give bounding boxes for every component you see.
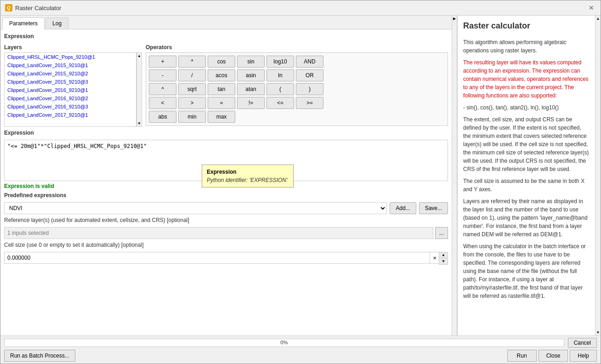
- tab-bar: Parameters Log: [0, 16, 452, 29]
- list-item[interactable]: Clipped_LandCover_2016_9210@1: [5, 86, 136, 94]
- list-item[interactable]: Clipped_LandCover_2017_9210@1: [5, 111, 136, 119]
- cancel-button[interactable]: Cancel: [568, 338, 597, 348]
- op-acos[interactable]: acos: [208, 69, 235, 81]
- cellsize-input[interactable]: 0.000000: [4, 252, 430, 264]
- left-panel-scroll[interactable]: ▶: [452, 16, 457, 336]
- cellsize-down-button[interactable]: ▼: [439, 258, 448, 264]
- reference-input[interactable]: [4, 227, 433, 239]
- layers-list: Clipped_HRSL_HCMC_Pops_9210@1 Clipped_La…: [4, 52, 136, 127]
- op-max[interactable]: max: [208, 111, 235, 123]
- help-para-6: When using the calculator in the batch i…: [463, 242, 590, 300]
- right-scrollbar[interactable]: ▲ ▼: [595, 16, 601, 336]
- help-para-1: The resulting layer will have its values…: [463, 58, 590, 100]
- main-window: Q Raster Calculator ✕ Parameters Log Exp…: [0, 0, 601, 364]
- op-power[interactable]: ^: [149, 83, 176, 95]
- save-button[interactable]: Save...: [419, 202, 448, 214]
- action-buttons: Run Close Help: [507, 350, 597, 362]
- cellsize-section: Cell size (use 0 or empty to set it auto…: [4, 242, 448, 265]
- top-expression-label: Expression: [4, 33, 448, 40]
- cellsize-up-button[interactable]: ▲: [439, 252, 448, 258]
- help-para-5: Layers are referred by their name as dis…: [463, 197, 590, 239]
- list-item[interactable]: Clipped_LandCover_2015_9210@3: [5, 78, 136, 86]
- list-item[interactable]: Clipped_LandCover_2015_9210@1: [5, 61, 136, 69]
- op-tan[interactable]: tan: [208, 83, 235, 95]
- cellsize-row: 0.000000 ✕ ▲ ▼: [4, 252, 448, 265]
- progress-bar-container: 0%: [4, 339, 564, 347]
- predefined-select[interactable]: NDVI: [4, 202, 387, 214]
- left-panel: Parameters Log Expression Layers Clipped…: [0, 16, 452, 336]
- window-title: Raster Calculator: [15, 5, 61, 11]
- op-equal[interactable]: =: [208, 97, 235, 109]
- op-gte[interactable]: >=: [296, 97, 323, 109]
- op-plus[interactable]: +: [149, 56, 176, 68]
- run-button[interactable]: Run: [507, 350, 537, 362]
- close-dialog-button[interactable]: Close: [539, 350, 568, 362]
- op-or[interactable]: OR: [296, 69, 323, 81]
- op-row-3: ^ sqrt tan atan ( ): [149, 83, 445, 95]
- tab-log[interactable]: Log: [45, 17, 68, 29]
- cellsize-spinbox: ▲ ▼: [439, 252, 448, 265]
- op-asin[interactable]: asin: [237, 69, 265, 81]
- help-para-2: - sin(), cos(), tan(), atan2(), ln(), lo…: [463, 103, 590, 112]
- layers-scrollbar[interactable]: ▲ ▼: [136, 52, 142, 127]
- op-abs[interactable]: abs: [149, 111, 176, 123]
- op-divide[interactable]: /: [178, 69, 206, 81]
- op-minus[interactable]: -: [149, 69, 176, 81]
- operators-grid: + * cos sin log10 AND - / acos: [146, 52, 448, 126]
- layers-operators-row: Layers Clipped_HRSL_HCMC_Pops_9210@1 Cli…: [4, 44, 448, 127]
- layers-section: Layers Clipped_HRSL_HCMC_Pops_9210@1 Cli…: [4, 44, 142, 127]
- right-panel-container: ▶ Raster calculator This algorithm allow…: [452, 16, 601, 336]
- op-less[interactable]: <: [149, 97, 176, 109]
- op-open-paren[interactable]: (: [266, 83, 294, 95]
- list-item[interactable]: Clipped_LandCover_2016_9210@3: [5, 102, 136, 111]
- op-atan[interactable]: atan: [237, 83, 265, 95]
- reference-section: Reference layer(s) (used for automated e…: [4, 217, 448, 239]
- operators-section: Operators + * cos sin log10 AND: [146, 44, 448, 127]
- op-row-4: < > = != <= >=: [149, 97, 445, 109]
- app-icon: Q: [5, 4, 12, 11]
- list-item[interactable]: Clipped_HRSL_HCMC_Pops_9210@1: [5, 53, 136, 61]
- progress-row: 0% Cancel: [4, 338, 597, 348]
- op-multiply[interactable]: *: [178, 56, 206, 68]
- op-row-2: - / acos asin ln OR: [149, 69, 445, 81]
- cellsize-label: Cell size (use 0 or empty to set it auto…: [4, 242, 448, 248]
- expression-label: Expression: [4, 130, 448, 136]
- list-item[interactable]: Clipped_LandCover_2016_9210@2: [5, 94, 136, 102]
- op-close-paren[interactable]: ): [296, 83, 323, 95]
- op-min[interactable]: min: [178, 111, 206, 123]
- tooltip-content: Python identifier: 'EXPRESSION': [207, 177, 289, 183]
- op-ln[interactable]: ln: [266, 69, 294, 81]
- batch-process-button[interactable]: Run as Batch Process...: [4, 350, 75, 362]
- window-close-button[interactable]: ✕: [587, 3, 596, 12]
- op-sin[interactable]: sin: [237, 56, 265, 68]
- op-row-5: abs min max: [149, 111, 445, 123]
- reference-row: ...: [4, 227, 448, 239]
- list-item[interactable]: Clipped_LandCover_2015_9210@2: [5, 69, 136, 78]
- add-button[interactable]: Add...: [390, 202, 416, 214]
- op-sqrt[interactable]: sqrt: [178, 83, 206, 95]
- op-log10[interactable]: log10: [266, 56, 294, 68]
- help-para-4: The cell size is assumed to be the same …: [463, 177, 590, 193]
- op-cos[interactable]: cos: [208, 56, 235, 68]
- tooltip-title: Expression: [207, 169, 289, 175]
- help-para-0: This algorithm allows performing algebra…: [463, 38, 590, 55]
- predefined-section: Predefined expressions NDVI Add... Save.…: [4, 192, 448, 214]
- expression-tooltip: Expression Python identifier: 'EXPRESSIO…: [202, 165, 294, 188]
- op-row-1: + * cos sin log10 AND: [149, 56, 445, 68]
- op-lte[interactable]: <=: [266, 97, 294, 109]
- buttons-row: Run as Batch Process... Run Close Help: [4, 350, 597, 362]
- tab-parameters[interactable]: Parameters: [2, 17, 45, 29]
- title-bar-left: Q Raster Calculator: [5, 4, 61, 11]
- title-bar: Q Raster Calculator ✕: [0, 0, 601, 16]
- help-button[interactable]: Help: [570, 350, 597, 362]
- reference-label: Reference layer(s) (used for automated e…: [4, 217, 448, 223]
- cellsize-clear-button[interactable]: ✕: [430, 252, 439, 264]
- reference-browse-button[interactable]: ...: [435, 227, 448, 239]
- help-title: Raster calculator: [463, 21, 590, 31]
- op-greater[interactable]: >: [178, 97, 206, 109]
- main-content: Parameters Log Expression Layers Clipped…: [0, 16, 601, 336]
- op-notequal[interactable]: !=: [237, 97, 265, 109]
- help-para-3: The extent, cell size, and output CRS ca…: [463, 115, 590, 173]
- op-and[interactable]: AND: [296, 56, 323, 68]
- help-panel: Raster calculator This algorithm allows …: [457, 16, 595, 336]
